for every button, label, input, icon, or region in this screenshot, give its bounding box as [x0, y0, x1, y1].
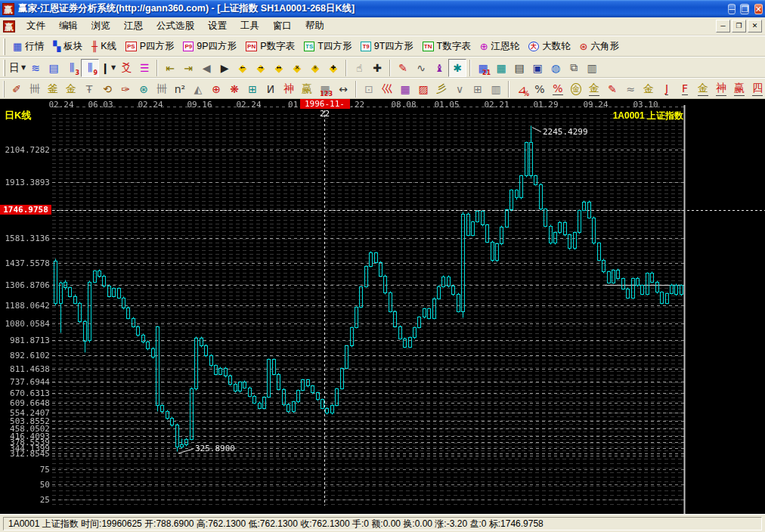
mdi-restore-button[interactable]: ❐	[732, 20, 746, 32]
valley-icon[interactable]: ∨	[451, 80, 469, 98]
close-button[interactable]: ✕	[754, 4, 763, 14]
span-arrows-icon[interactable]: ↔	[334, 80, 352, 98]
kline-chart-canvas[interactable]	[0, 99, 765, 514]
hash-grid-icon[interactable]: ⊞	[469, 80, 487, 98]
purple-grid-icon[interactable]: ▦	[396, 80, 414, 98]
distribution-icon[interactable]: ☰	[135, 59, 153, 77]
comb-2-icon[interactable]: 卌	[153, 80, 171, 98]
teal-net-icon[interactable]: ⊞	[243, 80, 262, 98]
big-number-wheel-button[interactable]: 大大数轮	[524, 38, 575, 56]
red-pen-icon[interactable]: ✎	[603, 80, 621, 98]
remote-data-icon[interactable]: ▥	[583, 59, 601, 77]
red-target-icon[interactable]: ⊕	[207, 80, 225, 98]
9p-square-button[interactable]: P99P四方形	[178, 38, 241, 56]
menu-item-8[interactable]: 窗口	[266, 17, 299, 35]
last-bar-icon[interactable]: ⇥	[179, 59, 197, 77]
wizard-tool-icon[interactable]: ♝	[430, 59, 448, 77]
9t-square-button[interactable]: T99T四方形	[356, 38, 417, 56]
gold-grid-icon[interactable]: 金	[62, 80, 80, 98]
ying-comb-icon[interactable]: 赢	[298, 80, 316, 98]
p-square-button[interactable]: PSP四方形	[121, 38, 179, 56]
restore-button[interactable]: ❐	[740, 4, 749, 14]
snowflake-icon[interactable]: ❋	[225, 80, 243, 98]
menu-item-2[interactable]: 编辑	[52, 17, 85, 35]
grid-123-icon[interactable]: ▦123	[316, 80, 334, 98]
menu-item-6[interactable]: 设置	[201, 17, 234, 35]
hand-tool-icon[interactable]: ☝	[350, 59, 368, 77]
single-candle-icon[interactable]: ❙▼	[99, 59, 117, 77]
menu-item-4[interactable]: 江恩	[117, 17, 150, 35]
gold-pot-icon[interactable]: 釜	[44, 80, 62, 98]
gold-line-2-icon[interactable]: 金	[640, 80, 658, 98]
gold-line-icon[interactable]: 金	[585, 80, 603, 98]
shen-comb-icon[interactable]: 神	[280, 80, 298, 98]
quotes-button[interactable]: ▦行情	[8, 38, 48, 56]
weave-pattern-icon[interactable]: 爻	[117, 59, 135, 77]
menu-item-3[interactable]: 浏览	[85, 17, 117, 35]
shen-angle-icon[interactable]: 神	[712, 80, 730, 98]
minimize-button[interactable]: ─	[728, 4, 736, 14]
percent-icon[interactable]: %	[531, 80, 549, 98]
spiral-icon[interactable]: ⟲	[98, 80, 116, 98]
crosshair-tool-icon[interactable]: ✚	[368, 59, 386, 77]
quote-list-icon[interactable]: ▤	[45, 59, 63, 77]
gann-plus-icon[interactable]: ◆✚	[324, 59, 342, 77]
gann-cross-icon[interactable]: ◆✕	[288, 59, 306, 77]
hexagon-button[interactable]: ⊛六角形	[575, 38, 624, 56]
bar-grid-icon[interactable]: ▥	[487, 80, 505, 98]
gann-wheel-button[interactable]: ⊕江恩轮	[475, 38, 524, 56]
k-marks-icon[interactable]: И	[262, 80, 280, 98]
gann-star-icon[interactable]: ◆✳	[306, 59, 324, 77]
mdi-close-button[interactable]: ✕	[748, 20, 762, 32]
red-brush-icon[interactable]: ✑	[116, 80, 135, 98]
first-bar-icon[interactable]: ⇤	[161, 59, 179, 77]
menu-item-7[interactable]: 工具	[234, 17, 266, 35]
multi-chart-9-icon[interactable]: ⫼9	[81, 59, 99, 77]
wave-band-icon[interactable]: ≈	[621, 80, 640, 98]
wave-tool-icon[interactable]: ∿	[412, 59, 430, 77]
calendar-icon[interactable]: ▦21	[474, 59, 492, 77]
angle-ruler-icon[interactable]: ◭	[189, 80, 207, 98]
gold-circle-icon[interactable]: 金	[567, 80, 585, 98]
next-bar-icon[interactable]: ▶	[215, 59, 234, 77]
percent-line-icon[interactable]: %	[549, 80, 567, 98]
data-export-icon[interactable]: ⧉	[565, 59, 583, 77]
world-ring-icon[interactable]: ⊛	[135, 80, 153, 98]
f-comb-icon[interactable]: Ŧ	[80, 80, 98, 98]
report-icon[interactable]: ▤	[510, 59, 528, 77]
calculator-icon[interactable]: ▦	[492, 59, 510, 77]
web-data-icon[interactable]: ◍	[547, 59, 565, 77]
gann-hline-icon[interactable]: ◆↔	[270, 59, 288, 77]
comb-icon[interactable]: 卌	[26, 80, 44, 98]
t-square-button[interactable]: TST四方形	[299, 38, 356, 56]
angle-percent-icon[interactable]: ⊿%	[513, 80, 531, 98]
pencil-tool-icon[interactable]: ✎	[394, 59, 412, 77]
red-rays-icon[interactable]: 巛	[378, 80, 396, 98]
frame-grid-icon[interactable]: ⊡	[360, 80, 378, 98]
red-fan-icon[interactable]: ▨	[414, 80, 432, 98]
four-angle-icon[interactable]: 四	[748, 80, 765, 98]
p-number-table-button[interactable]: PNP数字表	[241, 38, 299, 56]
menu-item-5[interactable]: 公式选股	[150, 17, 201, 35]
sectors-button[interactable]: ▚板块	[48, 38, 87, 56]
prev-bar-icon[interactable]: ◀	[197, 59, 215, 77]
brush-icon[interactable]: ✐	[8, 80, 26, 98]
stroke-set-icon[interactable]: 彡	[432, 80, 451, 98]
scribble-icon[interactable]: ≋	[26, 59, 45, 77]
gann-left-icon[interactable]: ◆←	[234, 59, 252, 77]
mdi-minimize-button[interactable]: ─	[716, 20, 730, 32]
kline-button[interactable]: ╫K线	[87, 38, 121, 56]
menu-item-9[interactable]: 帮助	[299, 17, 331, 35]
gold-angle-icon[interactable]: 金	[694, 80, 712, 98]
candle-period-icon[interactable]: 日▼	[8, 59, 26, 77]
j-angle-icon[interactable]: J	[658, 80, 676, 98]
multi-chart-3-icon[interactable]: ⫼3	[63, 59, 81, 77]
n-squared-icon[interactable]: n²	[171, 80, 189, 98]
t-number-table-button[interactable]: TNT数字表	[418, 38, 475, 56]
gann-right-icon[interactable]: ◆→	[252, 59, 270, 77]
brain-tool-icon[interactable]: ✱	[448, 59, 466, 77]
menu-item-1[interactable]: 文件	[20, 17, 52, 35]
save-icon[interactable]: ▣	[528, 59, 547, 77]
ying-angle-icon[interactable]: 赢	[730, 80, 748, 98]
f-angle-icon[interactable]: F	[676, 80, 694, 98]
